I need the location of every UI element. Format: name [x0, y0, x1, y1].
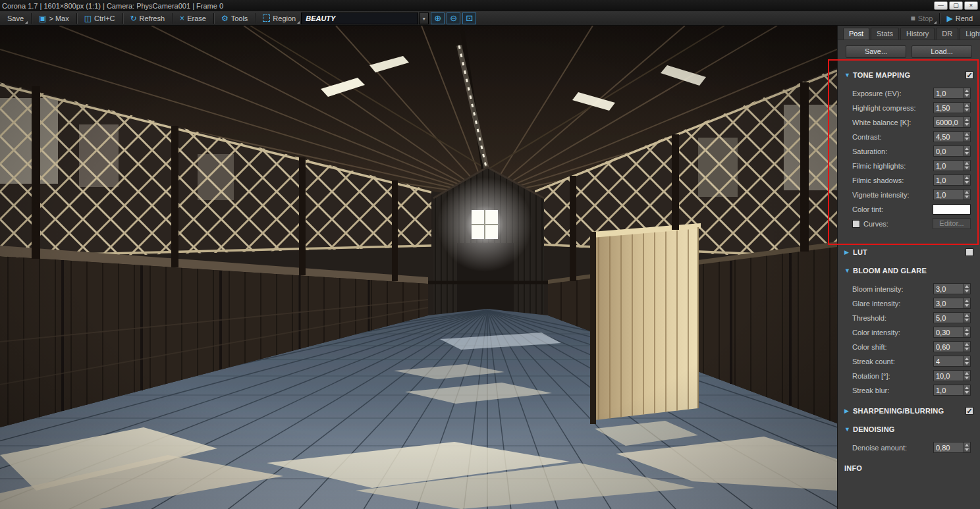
section-sharpening-header[interactable]: ▶ SHARPENING/BLURRING ✓	[838, 404, 980, 417]
channel-select[interactable]: BEAUTY	[301, 13, 418, 24]
rotation-input[interactable]	[933, 370, 964, 381]
render-button[interactable]: ▶ Rend	[942, 12, 977, 24]
highlight-compress-input[interactable]	[933, 102, 964, 113]
minimize-button[interactable]: —	[934, 1, 948, 10]
exposure-label: Exposure (EV):	[852, 90, 933, 97]
max-icon: ▣	[39, 14, 46, 22]
tab-post[interactable]: Post	[843, 28, 869, 40]
preset-load-button[interactable]: Load...	[912, 45, 972, 58]
send-to-max-button[interactable]: ▣ > Max	[34, 12, 74, 24]
tab-dr[interactable]: DR	[936, 28, 958, 40]
rotation-spinner[interactable]	[964, 370, 971, 381]
stop-button[interactable]: ■ Stop	[906, 12, 938, 24]
copy-button[interactable]: ◫ Ctrl+C	[80, 12, 120, 24]
threshold-spinner[interactable]	[964, 312, 971, 323]
vignette-intensity-spinner[interactable]	[964, 189, 971, 200]
curves-editor-button[interactable]: Editor...	[933, 218, 971, 229]
highlight-compress-spinner[interactable]	[964, 102, 971, 113]
section-title: INFO	[844, 464, 862, 472]
erase-button-label: Erase	[187, 14, 206, 22]
region-button[interactable]: Region	[258, 12, 300, 24]
section-denoising-header[interactable]: ▼ DENOISING	[838, 423, 980, 436]
filmic-highlights-input[interactable]	[933, 160, 964, 171]
white-balance-row: White balance [K]:	[852, 116, 971, 128]
color-tint-swatch[interactable]	[933, 204, 971, 215]
maximize-button[interactable]: ▢	[949, 1, 963, 10]
tab-history[interactable]: History	[900, 28, 935, 40]
filmic-shadows-input[interactable]	[933, 174, 964, 186]
filmic-highlights-spinner[interactable]	[964, 160, 971, 171]
section-title: SHARPENING/BLURRING	[853, 407, 944, 415]
close-button[interactable]: ×	[964, 1, 978, 10]
render-viewport[interactable]	[0, 26, 837, 509]
panel-tabs: Post Stats History DR LightM	[838, 26, 980, 40]
erase-button[interactable]: × Erase	[175, 12, 211, 24]
section-bloom-glare-header[interactable]: ▼ BLOOM AND GLARE	[838, 264, 980, 277]
filmic-highlights-row: Filmic highlights:	[852, 159, 971, 172]
zoom-in-button[interactable]: ⊕	[431, 13, 445, 24]
dropdown-corner-icon	[934, 21, 937, 24]
tab-lightmix[interactable]: LightM	[960, 28, 980, 40]
preset-save-button[interactable]: Save...	[846, 45, 906, 58]
color-intensity-spinner[interactable]	[964, 327, 971, 338]
rotation-row: Rotation [°]:	[852, 369, 971, 382]
tone-mapping-enabled-checkbox[interactable]: ✓	[966, 71, 973, 79]
white-balance-spinner[interactable]	[964, 117, 971, 128]
exposure-input[interactable]	[933, 88, 964, 99]
exposure-spinner[interactable]	[964, 88, 971, 99]
filmic-shadows-spinner[interactable]	[964, 174, 971, 186]
contrast-input[interactable]	[933, 131, 964, 142]
refresh-button[interactable]: ↻ Refresh	[126, 12, 170, 24]
color-tint-row: Color tint:	[852, 203, 971, 215]
section-tone-mapping-header[interactable]: ▼ TONE MAPPING ✓	[838, 68, 980, 82]
color-intensity-input[interactable]	[933, 327, 964, 338]
vignette-intensity-input[interactable]	[933, 189, 964, 200]
contrast-spinner[interactable]	[964, 131, 971, 142]
bloom-intensity-input[interactable]	[933, 283, 964, 294]
threshold-input[interactable]	[933, 312, 964, 323]
save-button[interactable]: Save	[3, 12, 28, 24]
streak-count-input[interactable]	[933, 356, 964, 367]
rendered-image	[0, 26, 837, 509]
color-intensity-row: Color intensity:	[852, 326, 971, 338]
denoise-amount-spinner[interactable]	[964, 442, 971, 453]
toolbar-separator	[172, 13, 173, 24]
streak-blur-input[interactable]	[933, 385, 964, 396]
channel-dropdown-arrow-icon[interactable]: ▾	[419, 13, 429, 24]
color-shift-row: Color shift:	[852, 340, 971, 353]
tab-stats[interactable]: Stats	[871, 28, 899, 40]
denoise-amount-input[interactable]	[933, 442, 964, 453]
rotation-label: Rotation [°]:	[852, 372, 933, 380]
glare-intensity-label: Glare intensity:	[852, 300, 933, 308]
lut-enabled-checkbox[interactable]	[966, 248, 973, 256]
saturation-spinner[interactable]	[964, 146, 971, 157]
glare-intensity-input[interactable]	[933, 298, 964, 309]
color-shift-input[interactable]	[933, 341, 964, 352]
section-info-header[interactable]: INFO	[838, 462, 980, 475]
streak-count-label: Streak count:	[852, 358, 933, 365]
bloom-intensity-spinner[interactable]	[964, 283, 971, 294]
glare-intensity-row: Glare intensity:	[852, 297, 971, 309]
glare-intensity-spinner[interactable]	[964, 298, 971, 309]
curves-label: Curves:	[863, 220, 933, 228]
collapse-arrow-icon: ▼	[844, 426, 853, 433]
vignette-intensity-row: Vignette intensity:	[852, 188, 971, 201]
section-lut-header[interactable]: ▶ LUT	[838, 246, 980, 259]
tools-button[interactable]: ⚙ Tools	[217, 12, 252, 24]
streak-blur-spinner[interactable]	[964, 385, 971, 396]
toolbar-separator	[76, 13, 77, 24]
toolbar-separator	[939, 13, 940, 24]
stop-button-label: Stop	[918, 14, 933, 22]
zoom-fit-button[interactable]: ⊡	[462, 13, 476, 24]
saturation-input[interactable]	[933, 146, 964, 157]
contrast-row: Contrast:	[852, 130, 971, 143]
color-shift-spinner[interactable]	[964, 341, 971, 352]
white-balance-input[interactable]	[933, 117, 964, 128]
denoising-body: Denoise amount:	[838, 436, 980, 456]
streak-count-spinner[interactable]	[964, 356, 971, 367]
zoom-out-button[interactable]: ⊖	[447, 13, 460, 24]
curves-checkbox[interactable]	[852, 220, 860, 228]
title-bar[interactable]: Corona 1.7 | 1601×800px (1:1) | Camera: …	[0, 0, 980, 11]
saturation-row: Saturation:	[852, 145, 971, 157]
sharpening-enabled-checkbox[interactable]: ✓	[966, 407, 973, 415]
